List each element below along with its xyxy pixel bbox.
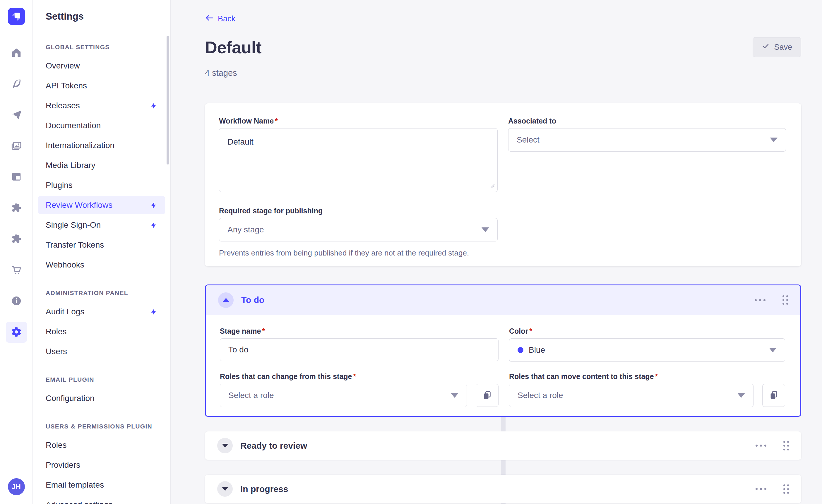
nav-item-api-tokens[interactable]: API Tokens <box>38 77 165 95</box>
nav-section-administration-panel: ADMINISTRATION PANEL Audit Logs Roles Us… <box>38 287 165 361</box>
images-icon <box>11 140 22 152</box>
rail-button-purchase[interactable] <box>6 260 27 281</box>
nav-item-admin-roles[interactable]: Roles <box>38 323 165 341</box>
expand-stage-button[interactable] <box>217 481 233 497</box>
rail-button-content-type-builder[interactable] <box>6 73 27 94</box>
lightning-icon <box>149 201 157 209</box>
nav-item-overview[interactable]: Overview <box>38 57 165 75</box>
nav-scrollbar-thumb[interactable] <box>166 36 169 164</box>
more-options-icon[interactable] <box>756 445 766 447</box>
nav-item-transfer-tokens[interactable]: Transfer Tokens <box>38 236 165 254</box>
rail-button-plugins[interactable] <box>6 197 27 218</box>
color-select[interactable]: Blue <box>509 338 785 362</box>
stage-actions <box>756 441 789 450</box>
workflow-name-input[interactable]: Default <box>219 128 498 192</box>
nav-section-header: GLOBAL SETTINGS <box>38 41 165 53</box>
chevron-down-icon <box>222 487 228 491</box>
app-logo[interactable] <box>0 0 32 33</box>
rail-button-deploy[interactable] <box>6 104 27 125</box>
more-options-icon[interactable] <box>756 488 766 490</box>
back-label: Back <box>218 14 236 23</box>
nav-item-audit-logs[interactable]: Audit Logs <box>38 303 165 321</box>
nav-item-review-workflows[interactable]: Review Workflows <box>38 196 165 214</box>
nav-item-up-advanced-settings[interactable]: Advanced settings <box>38 496 165 504</box>
roles-change-field: Roles that can change from this stage* S… <box>220 372 498 407</box>
chevron-down-icon <box>737 393 745 398</box>
drag-handle-icon[interactable] <box>783 484 789 494</box>
rail-button-content-manager[interactable] <box>6 166 27 187</box>
nav-section-header: EMAIL PLUGIN <box>38 374 165 386</box>
strapi-logo-icon <box>8 8 25 25</box>
associated-to-select[interactable]: Select <box>508 128 786 152</box>
nav-section-email-plugin: EMAIL PLUGIN Configuration <box>38 374 165 407</box>
nav-item-up-providers[interactable]: Providers <box>38 456 165 474</box>
stage-name-label: Stage name <box>220 327 261 336</box>
stage-name-input[interactable] <box>220 338 498 361</box>
required-stage-field: Required stage for publishing Any stage … <box>219 206 498 258</box>
nav-item-single-sign-on[interactable]: Single Sign-On <box>38 216 165 234</box>
user-avatar[interactable]: JH <box>8 478 25 495</box>
nav-item-plugins[interactable]: Plugins <box>38 176 165 194</box>
required-stage-select[interactable]: Any stage <box>219 218 498 241</box>
save-button[interactable]: Save <box>753 37 801 57</box>
settings-title: Settings <box>46 11 84 22</box>
nav-item-label: Roles <box>46 327 67 336</box>
breadcrumb: Back <box>205 13 801 24</box>
nav-item-label: Media Library <box>46 161 95 170</box>
drag-handle-icon[interactable] <box>783 295 788 305</box>
more-options-icon[interactable] <box>755 299 766 301</box>
rail-button-marketplace[interactable] <box>6 228 27 249</box>
nav-section-header: USERS & PERMISSIONS PLUGIN <box>38 421 165 432</box>
page-title: Default <box>205 37 262 57</box>
chevron-down-icon <box>451 393 458 398</box>
roles-move-select[interactable]: Select a role <box>509 384 754 407</box>
nav-item-label: Plugins <box>46 180 73 190</box>
apply-to-all-stages-button[interactable] <box>476 384 498 407</box>
back-link[interactable]: Back <box>205 13 236 24</box>
nav-item-media-library[interactable]: Media Library <box>38 156 165 174</box>
nav-item-up-roles[interactable]: Roles <box>38 436 165 454</box>
associated-to-field: Associated to Select <box>508 117 786 193</box>
drag-handle-icon[interactable] <box>783 441 789 450</box>
roles-move-label: Roles that can move content to this stag… <box>509 372 654 381</box>
collapse-stage-button[interactable] <box>218 293 234 308</box>
roles-move-field: Roles that can move content to this stag… <box>509 372 785 407</box>
select-placeholder: Select a role <box>517 391 563 400</box>
nav-item-documentation[interactable]: Documentation <box>38 116 165 135</box>
chevron-down-icon <box>769 348 777 352</box>
rail-button-home[interactable] <box>6 42 27 63</box>
roles-change-select[interactable]: Select a role <box>220 384 467 407</box>
stage-card-in-progress: In progress <box>205 475 801 503</box>
workflow-name-label: Workflow Name <box>219 117 274 125</box>
nav-item-internationalization[interactable]: Internationalization <box>38 136 165 154</box>
nav-item-up-email-templates[interactable]: Email templates <box>38 476 165 494</box>
select-placeholder: Select a role <box>228 391 274 400</box>
lightning-icon <box>149 221 157 229</box>
nav-item-releases[interactable]: Releases <box>38 97 165 115</box>
nav-item-admin-users[interactable]: Users <box>38 343 165 361</box>
rail-button-media-library[interactable] <box>6 135 27 156</box>
workflow-settings-card: Workflow Name* Default Associated to Sel… <box>205 103 801 266</box>
chevron-up-icon <box>223 298 230 302</box>
gear-icon <box>11 326 22 338</box>
stage-title: Ready to review <box>240 441 307 451</box>
resize-handle-icon[interactable] <box>489 182 495 190</box>
associated-to-label: Associated to <box>508 117 556 125</box>
required-stage-hint: Prevents entries from being published if… <box>219 248 498 258</box>
apply-to-all-stages-button[interactable] <box>762 384 785 407</box>
nav-item-email-configuration[interactable]: Configuration <box>38 389 165 407</box>
stage-card-ready-to-review: Ready to review <box>205 431 801 460</box>
stage-name-field: Stage name* <box>220 327 498 362</box>
expand-stage-button[interactable] <box>217 438 233 453</box>
nav-item-label: Documentation <box>46 121 101 130</box>
rail-button-information[interactable] <box>6 291 27 312</box>
select-placeholder: Select <box>517 135 539 144</box>
lightning-icon <box>149 308 157 316</box>
nav-item-webhooks[interactable]: Webhooks <box>38 256 165 274</box>
lightning-icon <box>149 102 157 110</box>
rail-button-settings[interactable] <box>6 322 27 343</box>
nav-item-label: Overview <box>46 61 80 70</box>
paper-plane-icon <box>11 109 22 121</box>
stage-color-field: Color* Blue <box>509 327 785 362</box>
stage-actions <box>755 295 788 305</box>
